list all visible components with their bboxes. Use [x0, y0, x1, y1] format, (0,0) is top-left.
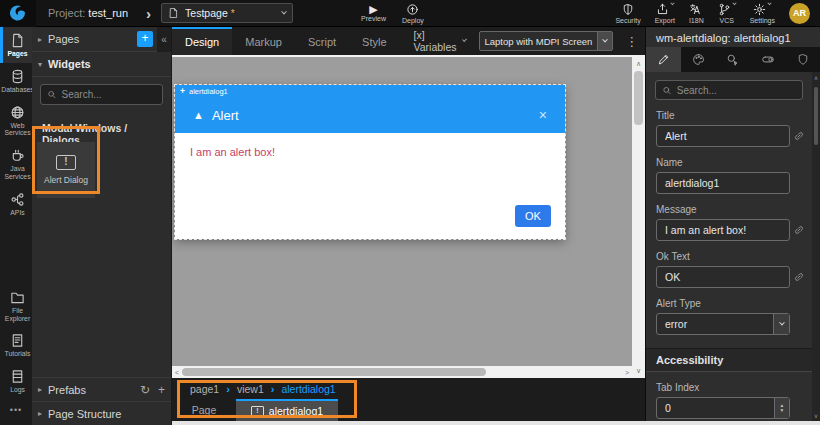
deploy-icon — [406, 3, 419, 16]
i18n-button[interactable]: I18N — [689, 3, 704, 24]
chevron-down-icon — [670, 0, 674, 4]
breadcrumb-alertdialog1[interactable]: alertdialog1 — [281, 383, 335, 395]
top-right-toolbar: Security Export I18N VCS — [615, 3, 820, 24]
properties-scrollbar[interactable]: ∧ ∨ — [812, 72, 820, 421]
collapsed-arrow-icon: ▸ — [38, 409, 42, 418]
scroll-left-icon[interactable]: < — [172, 369, 182, 376]
rail-item-tutorials[interactable]: Tutorials — [0, 327, 32, 363]
accessibility-section-header: Accessibility — [646, 348, 812, 372]
stepper-down-icon[interactable]: ▾ — [781, 408, 784, 413]
tab-markup[interactable]: Markup — [232, 27, 295, 55]
widget-search-input[interactable] — [62, 89, 156, 100]
tabindex-field[interactable] — [657, 402, 774, 414]
properties-search-input[interactable] — [677, 85, 796, 96]
tab-properties[interactable] — [646, 47, 681, 72]
rail-item-apis[interactable]: APIs — [0, 186, 32, 222]
selection-tag[interactable]: + alertdialog1 — [175, 85, 565, 97]
collapse-panel-button[interactable]: « — [157, 27, 171, 52]
left-panel: ▸ Pages + « ▾ Widgets Modal Windows / Di… — [32, 27, 172, 425]
tab-script[interactable]: Script — [295, 27, 349, 55]
title-field[interactable] — [656, 125, 790, 147]
tab-page[interactable]: Page — [172, 399, 236, 421]
deploy-button[interactable]: Deploy — [402, 3, 424, 24]
canvas-area[interactable]: + alertdialog1 ▲ Alert × I am an alert b… — [172, 57, 632, 366]
widget-search[interactable] — [40, 84, 163, 105]
name-field[interactable] — [656, 172, 790, 194]
translate-icon — [689, 3, 703, 16]
rail-item-logs[interactable]: Logs — [0, 363, 32, 399]
export-icon — [656, 3, 669, 16]
scroll-down-icon[interactable]: ∨ — [814, 410, 818, 421]
rail-item-java-services[interactable]: Java Services — [0, 142, 32, 186]
user-avatar[interactable]: AR — [789, 3, 810, 24]
properties-search[interactable] — [655, 80, 803, 100]
tabindex-stepper[interactable]: ▴ ▾ — [656, 397, 790, 419]
rail-item-file-explorer[interactable]: File Explorer — [0, 284, 32, 328]
unsaved-indicator: * — [231, 8, 235, 19]
close-icon[interactable]: × — [539, 107, 547, 123]
page-selector-dropdown[interactable]: Testpage * — [161, 3, 293, 23]
security-button[interactable]: Security — [615, 3, 640, 24]
settings-button[interactable]: Settings — [750, 3, 775, 24]
export-button[interactable]: Export — [655, 3, 675, 24]
canvas-horizontal-scrollbar[interactable]: < > — [172, 366, 632, 378]
page-structure-section-header[interactable]: ▸ Page Structure — [32, 401, 171, 425]
breadcrumb-bar: page1 › view1 › alertdialog1 Page ! aler… — [172, 378, 645, 421]
bind-message-icon[interactable] — [790, 224, 808, 236]
properties-scroll-thumb[interactable] — [814, 87, 818, 145]
scroll-right-icon[interactable]: > — [622, 369, 632, 376]
bind-title-icon[interactable] — [790, 130, 808, 142]
breadcrumb-view1[interactable]: view1 — [237, 383, 264, 395]
vertical-scroll-thumb[interactable] — [634, 71, 643, 125]
oktext-field[interactable] — [656, 266, 790, 288]
add-page-button[interactable]: + — [137, 31, 153, 47]
wavemaker-logo[interactable] — [0, 0, 36, 27]
rail-item-pages[interactable]: Pages — [0, 27, 32, 63]
tab-devices[interactable] — [750, 47, 785, 72]
alert-dialog-header[interactable]: ▲ Alert × — [175, 97, 565, 133]
tab-design[interactable]: Design — [172, 27, 232, 55]
vcs-button[interactable]: VCS — [718, 3, 736, 24]
preview-button[interactable]: ▶ Preview — [361, 4, 386, 22]
more-options-button[interactable]: ⋮ — [625, 35, 638, 48]
scroll-up-icon[interactable]: ∧ — [814, 72, 818, 83]
horizontal-scroll-thumb[interactable] — [182, 368, 486, 376]
message-field[interactable] — [656, 219, 790, 241]
scroll-down-icon[interactable]: ∨ — [636, 364, 641, 378]
canvas-vertical-scrollbar[interactable]: ∧ ∨ — [632, 57, 645, 378]
chevron-down-icon — [768, 0, 772, 4]
bind-oktext-icon[interactable] — [790, 271, 808, 283]
ok-button[interactable]: OK — [515, 205, 551, 227]
current-page-name: Testpage — [185, 7, 228, 19]
prefabs-section-header[interactable]: ▸ Prefabs ↻ + — [32, 377, 171, 401]
tab-styles[interactable] — [681, 47, 716, 72]
database-icon — [10, 69, 25, 84]
widgets-section-header[interactable]: ▾ Widgets — [32, 52, 171, 77]
rail-more-button[interactable]: ••• — [0, 399, 32, 425]
tab-style[interactable]: Style — [349, 27, 399, 55]
rail-item-databases[interactable]: Databases — [0, 63, 32, 99]
pages-section-header[interactable]: ▸ Pages + « — [32, 27, 171, 52]
chevron-down-icon — [779, 320, 785, 326]
refresh-prefabs-icon[interactable]: ↻ — [140, 383, 150, 397]
device-selector[interactable]: Laptop with MDPI Screen — [479, 31, 614, 51]
message-field-label: Message — [656, 204, 802, 215]
breadcrumb-page1[interactable]: page1 — [190, 383, 219, 395]
warning-triangle-icon: ▲ — [193, 109, 204, 121]
rail-item-web-services[interactable]: Web Services — [0, 99, 32, 143]
properties-panel: wm-alertdialog: alertdialog1 — [645, 27, 820, 421]
tab-security[interactable] — [785, 47, 820, 72]
add-prefab-icon[interactable]: + — [158, 383, 165, 397]
scroll-up-icon[interactable]: ∧ — [636, 57, 641, 71]
center-area: Design Markup Script Style [x] Variables… — [172, 27, 645, 421]
chevron-down-icon — [602, 37, 608, 43]
tab-events[interactable] — [716, 47, 751, 72]
alert-dialog-widget[interactable]: ! Alert Dialog — [37, 142, 95, 198]
api-connector-icon — [10, 192, 25, 207]
tab-alertdialog1[interactable]: ! alertdialog1 — [236, 399, 338, 421]
design-canvas[interactable]: + alertdialog1 ▲ Alert × I am an alert b… — [172, 55, 645, 378]
alertdialog-preview[interactable]: + alertdialog1 ▲ Alert × I am an alert b… — [175, 85, 565, 239]
properties-panel-title: wm-alertdialog: alertdialog1 — [646, 27, 820, 47]
alerttype-select[interactable]: error — [656, 313, 790, 335]
variables-button[interactable]: [x] Variables — [414, 29, 467, 53]
